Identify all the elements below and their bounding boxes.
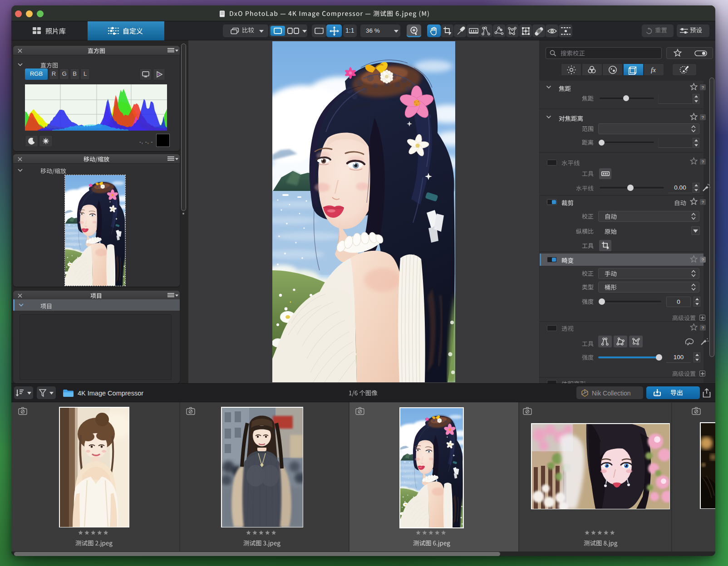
svg-text:fx: fx xyxy=(651,66,656,73)
